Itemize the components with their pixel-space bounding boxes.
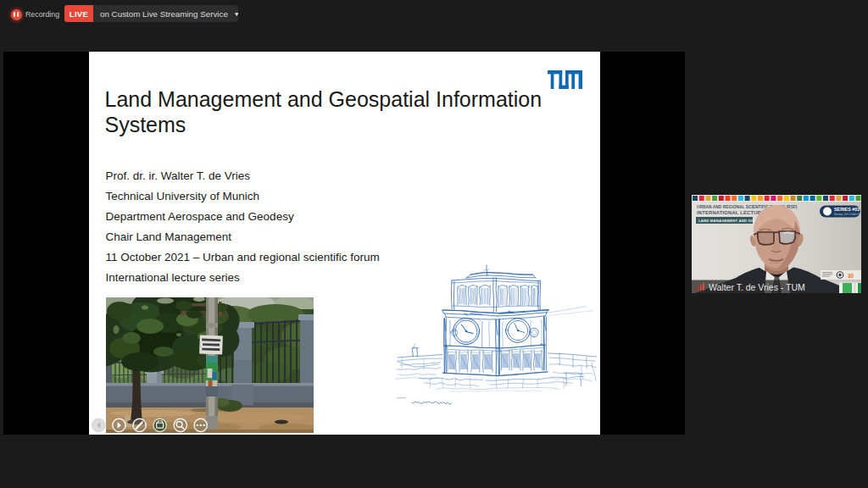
svg-text:30: 30 (848, 273, 854, 279)
svg-text:LAND MANAGEMENT AND GIS: LAND MANAGEMENT AND GIS (698, 219, 754, 223)
svg-text:Walter T. de Vries - TUM: Walter T. de Vries - TUM (709, 282, 805, 292)
svg-text:Monday, 11th October 2021: Monday, 11th October 2021 (834, 213, 861, 216)
svg-text:SERIES #03: SERIES #03 (834, 207, 860, 212)
